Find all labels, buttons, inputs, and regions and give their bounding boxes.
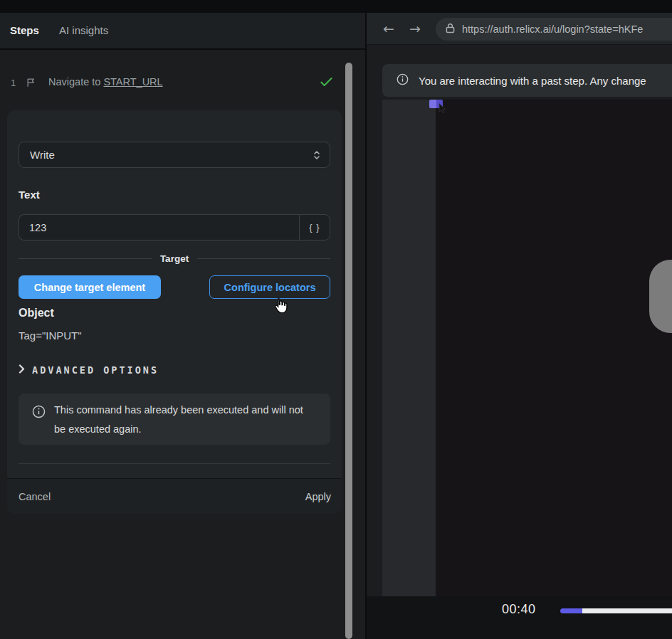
chevron-updown-icon [313, 150, 320, 163]
flag-icon[interactable] [26, 77, 36, 91]
forward-arrow-icon[interactable]: → [409, 13, 421, 45]
text-input[interactable] [19, 214, 299, 241]
action-type-select[interactable]: Write [19, 142, 330, 168]
text-field-label: Text [19, 189, 40, 201]
target-label: Target [160, 253, 189, 264]
info-icon [32, 405, 46, 421]
playback-time: 00:40 [502, 602, 536, 617]
screenshot-content [436, 100, 672, 596]
playback-progress-bar[interactable] [560, 608, 672, 613]
past-step-banner-text: You are interacting with a past step. An… [419, 75, 646, 87]
page-screenshot [382, 100, 672, 596]
divider-line [19, 258, 152, 259]
step-number: 1 [11, 78, 16, 88]
step-label-text: Navigate to [48, 76, 100, 88]
apply-button[interactable]: Apply [305, 479, 331, 514]
floating-handle[interactable] [649, 260, 672, 333]
object-label: Object [19, 307, 54, 320]
window-top-strip [0, 0, 672, 13]
playback-progress-fill [560, 608, 582, 613]
insert-variable-button[interactable]: { } [299, 214, 330, 241]
steps-panel: Steps AI insights 1 Navigate to START_UR… [0, 13, 365, 639]
step-row[interactable]: 1 Navigate to START_URL [0, 71, 356, 97]
panel-scrollbar[interactable] [345, 63, 352, 639]
action-type-value: Write [30, 149, 55, 161]
panel-tabs: Steps AI insights [0, 13, 365, 50]
screenshot-sidebar-strip [382, 100, 436, 596]
advanced-options-toggle[interactable]: ADVANCED OPTIONS [19, 364, 159, 376]
step-success-check-icon [320, 77, 332, 90]
app-window: Steps AI insights 1 Navigate to START_UR… [0, 0, 672, 639]
playback-bar: 00:40 [367, 596, 672, 639]
change-target-element-button[interactable]: Change target element [19, 275, 161, 299]
browser-preview-panel: ← → https://auth.relicx.ai/u/login?state… [367, 13, 672, 639]
text-input-group: { } [19, 214, 330, 241]
step-label: Navigate to START_URL [48, 76, 163, 88]
executed-info-box: This command has already been executed a… [19, 394, 330, 445]
mouse-pointer-cursor-icon [272, 297, 288, 317]
info-icon [397, 73, 409, 88]
url-text: https://auth.relicx.ai/u/login?state=hKF… [462, 23, 643, 35]
advanced-chevron-icon [19, 364, 25, 376]
tab-ai-insights[interactable]: AI insights [59, 13, 108, 48]
cancel-button[interactable]: Cancel [19, 479, 51, 514]
step-editor-card: Write Text { } Target Change target elem… [7, 110, 342, 514]
divider-line [197, 258, 330, 259]
executed-info-text: This command has already been executed a… [54, 401, 308, 439]
screenshot-cursor-icon [438, 103, 447, 117]
configure-locators-button[interactable]: Configure locators [209, 275, 330, 299]
past-step-banner: You are interacting with a past step. An… [382, 64, 672, 97]
advanced-options-label: ADVANCED OPTIONS [32, 364, 159, 376]
lock-icon [446, 23, 455, 36]
browser-chrome: ← → https://auth.relicx.ai/u/login?state… [367, 13, 672, 45]
object-value: Tag="INPUT" [19, 329, 82, 342]
tab-steps[interactable]: Steps [10, 13, 39, 48]
address-bar[interactable]: https://auth.relicx.ai/u/login?state=hKF… [436, 18, 672, 41]
start-url-link[interactable]: START_URL [103, 76, 162, 88]
target-buttons-row: Change target element Configure locators [19, 275, 330, 299]
target-divider: Target [19, 252, 330, 265]
footer-divider [19, 463, 330, 464]
editor-footer: Cancel Apply [7, 478, 342, 514]
playback-progress-remaining [582, 608, 672, 613]
back-arrow-icon[interactable]: ← [383, 13, 394, 45]
